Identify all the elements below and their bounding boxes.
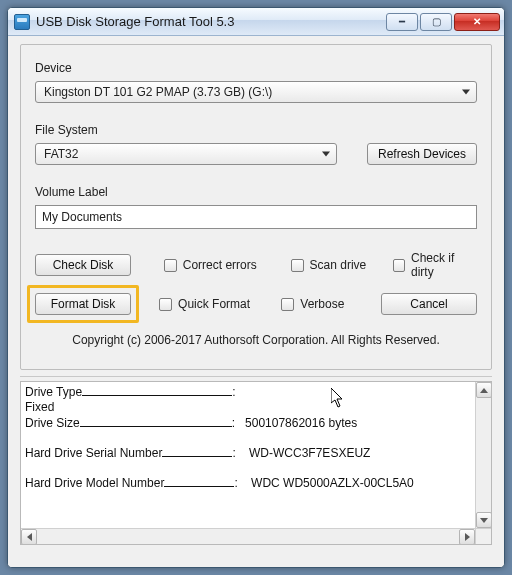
- cancel-button[interactable]: Cancel: [381, 293, 477, 315]
- maximize-icon: ▢: [432, 16, 441, 27]
- divider: [20, 376, 492, 377]
- chevron-up-icon: [480, 388, 488, 393]
- scroll-left-button[interactable]: [21, 529, 37, 545]
- volume-label-input[interactable]: My Documents: [35, 205, 477, 229]
- drive-type-label: Drive Type: [25, 385, 82, 399]
- chevron-left-icon: [27, 533, 32, 541]
- chevron-right-icon: [465, 533, 470, 541]
- drive-size-label: Drive Size: [25, 416, 80, 430]
- minimize-button[interactable]: ━: [386, 13, 418, 31]
- serial-label: Hard Drive Serial Number: [25, 446, 162, 460]
- device-dropdown-value: Kingston DT 101 G2 PMAP (3.73 GB) (G:\): [44, 85, 272, 99]
- format-disk-button[interactable]: Format Disk: [35, 293, 131, 315]
- vertical-scrollbar[interactable]: [475, 382, 491, 528]
- titlebar[interactable]: USB Disk Storage Format Tool 5.3 ━ ▢ ✕: [8, 8, 504, 36]
- check-disk-label: Check Disk: [53, 258, 114, 272]
- refresh-devices-button[interactable]: Refresh Devices: [367, 143, 477, 165]
- device-label: Device: [35, 61, 477, 75]
- correct-errors-checkbox[interactable]: [164, 259, 177, 272]
- scroll-corner: [475, 528, 491, 544]
- scan-drive-checkbox[interactable]: [291, 259, 304, 272]
- device-dropdown[interactable]: Kingston DT 101 G2 PMAP (3.73 GB) (G:\): [35, 81, 477, 103]
- copyright-text: Copyright (c) 2006-2017 Authorsoft Corpo…: [35, 329, 477, 355]
- chevron-down-icon: [322, 152, 330, 157]
- scroll-h-track[interactable]: [37, 529, 459, 544]
- model-value: WDC WD5000AZLX-00CL5A0: [251, 476, 414, 490]
- verbose-checkbox[interactable]: [281, 298, 294, 311]
- close-button[interactable]: ✕: [454, 13, 500, 31]
- window-controls: ━ ▢ ✕: [386, 13, 500, 31]
- correct-errors-label: Correct errors: [183, 258, 257, 272]
- serial-value: WD-WCC3F7ESXEUZ: [249, 446, 370, 460]
- quick-format-label: Quick Format: [178, 297, 250, 311]
- maximize-button[interactable]: ▢: [420, 13, 452, 31]
- drive-size-value: 500107862016 bytes: [245, 416, 357, 430]
- cancel-label: Cancel: [410, 297, 447, 311]
- filesystem-label: File System: [35, 123, 477, 137]
- scan-drive-label: Scan drive: [310, 258, 367, 272]
- app-icon: [14, 14, 30, 30]
- scroll-right-button[interactable]: [459, 529, 475, 545]
- drive-info-content: Drive Type: Fixed Drive Size: 5001078620…: [25, 384, 473, 526]
- drive-info-pane: Drive Type: Fixed Drive Size: 5001078620…: [20, 381, 492, 545]
- check-if-dirty-checkbox[interactable]: [393, 259, 405, 272]
- chevron-down-icon: [462, 90, 470, 95]
- check-if-dirty-label: Check if dirty: [411, 251, 477, 279]
- verbose-label: Verbose: [300, 297, 344, 311]
- scroll-down-button[interactable]: [476, 512, 492, 528]
- scroll-up-button[interactable]: [476, 382, 492, 398]
- horizontal-scrollbar[interactable]: [21, 528, 475, 544]
- minimize-icon: ━: [399, 16, 405, 27]
- close-icon: ✕: [473, 16, 481, 27]
- format-disk-highlight: Format Disk: [27, 285, 139, 323]
- chevron-down-icon: [480, 518, 488, 523]
- filesystem-dropdown-value: FAT32: [44, 147, 78, 161]
- refresh-devices-label: Refresh Devices: [378, 147, 466, 161]
- filesystem-dropdown[interactable]: FAT32: [35, 143, 337, 165]
- actions-group: Check Disk Correct errors Scan drive Che…: [35, 251, 477, 315]
- app-window: USB Disk Storage Format Tool 5.3 ━ ▢ ✕ D…: [7, 7, 505, 568]
- format-disk-label: Format Disk: [51, 297, 116, 311]
- volume-label-label: Volume Label: [35, 185, 477, 199]
- model-label: Hard Drive Model Number: [25, 476, 164, 490]
- quick-format-checkbox[interactable]: [159, 298, 172, 311]
- client-area: Device Kingston DT 101 G2 PMAP (3.73 GB)…: [8, 36, 504, 567]
- main-panel: Device Kingston DT 101 G2 PMAP (3.73 GB)…: [20, 44, 492, 370]
- check-disk-button[interactable]: Check Disk: [35, 254, 131, 276]
- window-title: USB Disk Storage Format Tool 5.3: [36, 14, 386, 29]
- drive-type-value: Fixed: [25, 400, 54, 414]
- volume-label-value: My Documents: [42, 210, 122, 224]
- scroll-v-track[interactable]: [476, 398, 491, 512]
